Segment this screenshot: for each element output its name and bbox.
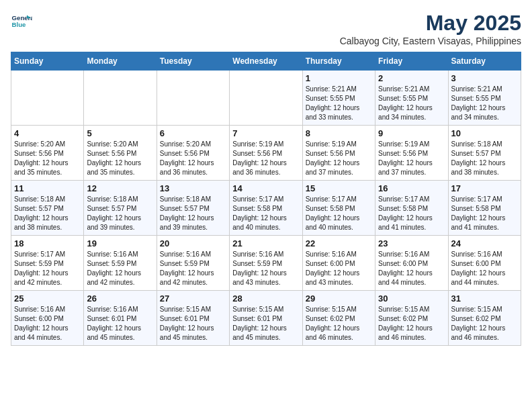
calendar-cell xyxy=(84,71,157,126)
page-header: General Blue May 2025 Calbayog City, Eas… xyxy=(11,11,521,46)
weekday-header: Sunday xyxy=(11,52,84,71)
day-info: Sunrise: 5:16 AM Sunset: 6:00 PM Dayligh… xyxy=(306,250,372,287)
day-info: Sunrise: 5:21 AM Sunset: 5:55 PM Dayligh… xyxy=(378,85,445,122)
day-number: 15 xyxy=(306,183,372,193)
day-number: 28 xyxy=(232,293,299,304)
day-number: 10 xyxy=(451,128,518,138)
calendar-cell: 9Sunrise: 5:19 AM Sunset: 5:56 PM Daylig… xyxy=(375,126,448,181)
day-info: Sunrise: 5:15 AM Sunset: 6:02 PM Dayligh… xyxy=(378,305,445,342)
calendar-cell: 12Sunrise: 5:18 AM Sunset: 5:57 PM Dayli… xyxy=(84,181,157,236)
weekday-header: Saturday xyxy=(448,52,521,71)
weekday-header: Wednesday xyxy=(230,52,302,71)
day-info: Sunrise: 5:17 AM Sunset: 5:58 PM Dayligh… xyxy=(232,195,299,232)
day-number: 18 xyxy=(14,238,81,248)
calendar-cell: 8Sunrise: 5:19 AM Sunset: 5:56 PM Daylig… xyxy=(302,126,375,181)
calendar-cell: 25Sunrise: 5:16 AM Sunset: 6:00 PM Dayli… xyxy=(11,291,84,346)
logo-icon: General Blue xyxy=(11,11,32,32)
weekday-header: Friday xyxy=(375,52,448,71)
calendar-cell: 10Sunrise: 5:18 AM Sunset: 5:57 PM Dayli… xyxy=(448,126,521,181)
calendar-cell: 16Sunrise: 5:17 AM Sunset: 5:58 PM Dayli… xyxy=(375,181,448,236)
calendar-cell: 1Sunrise: 5:21 AM Sunset: 5:55 PM Daylig… xyxy=(302,71,375,126)
calendar-cell: 15Sunrise: 5:17 AM Sunset: 5:58 PM Dayli… xyxy=(302,181,375,236)
calendar-cell: 28Sunrise: 5:15 AM Sunset: 6:01 PM Dayli… xyxy=(230,291,302,346)
calendar-cell: 4Sunrise: 5:20 AM Sunset: 5:56 PM Daylig… xyxy=(11,126,84,181)
calendar-cell: 14Sunrise: 5:17 AM Sunset: 5:58 PM Dayli… xyxy=(230,181,302,236)
calendar-cell: 18Sunrise: 5:17 AM Sunset: 5:59 PM Dayli… xyxy=(11,236,84,291)
day-info: Sunrise: 5:17 AM Sunset: 5:59 PM Dayligh… xyxy=(14,250,81,287)
calendar-cell: 19Sunrise: 5:16 AM Sunset: 5:59 PM Dayli… xyxy=(84,236,157,291)
calendar-cell: 31Sunrise: 5:15 AM Sunset: 6:02 PM Dayli… xyxy=(448,291,521,346)
day-number: 25 xyxy=(14,293,81,304)
title-block: May 2025 Calbayog City, Eastern Visayas,… xyxy=(340,11,521,46)
month-title: May 2025 xyxy=(340,11,521,36)
day-info: Sunrise: 5:16 AM Sunset: 6:00 PM Dayligh… xyxy=(451,250,518,287)
weekday-header-row: SundayMondayTuesdayWednesdayThursdayFrid… xyxy=(11,52,521,71)
calendar-cell: 3Sunrise: 5:21 AM Sunset: 5:55 PM Daylig… xyxy=(448,71,521,126)
day-info: Sunrise: 5:16 AM Sunset: 6:00 PM Dayligh… xyxy=(14,305,81,342)
day-number: 16 xyxy=(378,183,445,193)
calendar-cell: 26Sunrise: 5:16 AM Sunset: 6:01 PM Dayli… xyxy=(84,291,157,346)
calendar-week-row: 25Sunrise: 5:16 AM Sunset: 6:00 PM Dayli… xyxy=(11,291,521,346)
day-number: 19 xyxy=(87,238,153,248)
day-info: Sunrise: 5:17 AM Sunset: 5:58 PM Dayligh… xyxy=(306,195,372,232)
calendar-week-row: 18Sunrise: 5:17 AM Sunset: 5:59 PM Dayli… xyxy=(11,236,521,291)
calendar-cell: 20Sunrise: 5:16 AM Sunset: 5:59 PM Dayli… xyxy=(157,236,229,291)
calendar-cell: 13Sunrise: 5:18 AM Sunset: 5:57 PM Dayli… xyxy=(157,181,229,236)
day-number: 1 xyxy=(306,73,372,83)
day-number: 9 xyxy=(378,128,445,138)
calendar-cell: 7Sunrise: 5:19 AM Sunset: 5:56 PM Daylig… xyxy=(230,126,302,181)
day-info: Sunrise: 5:20 AM Sunset: 5:56 PM Dayligh… xyxy=(160,140,226,177)
day-number: 27 xyxy=(160,293,226,304)
day-info: Sunrise: 5:21 AM Sunset: 5:55 PM Dayligh… xyxy=(451,85,518,122)
calendar-cell: 29Sunrise: 5:15 AM Sunset: 6:02 PM Dayli… xyxy=(302,291,375,346)
day-number: 5 xyxy=(87,128,153,138)
weekday-header: Monday xyxy=(84,52,157,71)
calendar: SundayMondayTuesdayWednesdayThursdayFrid… xyxy=(11,52,521,346)
calendar-week-row: 1Sunrise: 5:21 AM Sunset: 5:55 PM Daylig… xyxy=(11,71,521,126)
calendar-cell: 2Sunrise: 5:21 AM Sunset: 5:55 PM Daylig… xyxy=(375,71,448,126)
day-number: 17 xyxy=(451,183,518,193)
svg-text:Blue: Blue xyxy=(12,21,26,28)
day-number: 11 xyxy=(14,183,81,193)
day-number: 3 xyxy=(451,73,518,83)
day-info: Sunrise: 5:16 AM Sunset: 6:01 PM Dayligh… xyxy=(87,305,153,342)
day-info: Sunrise: 5:16 AM Sunset: 5:59 PM Dayligh… xyxy=(160,250,226,287)
day-info: Sunrise: 5:16 AM Sunset: 5:59 PM Dayligh… xyxy=(87,250,153,287)
calendar-cell xyxy=(11,71,84,126)
day-info: Sunrise: 5:18 AM Sunset: 5:57 PM Dayligh… xyxy=(87,195,153,232)
day-number: 23 xyxy=(378,238,445,248)
calendar-cell xyxy=(230,71,302,126)
day-info: Sunrise: 5:17 AM Sunset: 5:58 PM Dayligh… xyxy=(378,195,445,232)
calendar-cell: 6Sunrise: 5:20 AM Sunset: 5:56 PM Daylig… xyxy=(157,126,229,181)
day-number: 20 xyxy=(160,238,226,248)
day-number: 24 xyxy=(451,238,518,248)
day-number: 7 xyxy=(232,128,299,138)
day-number: 26 xyxy=(87,293,153,304)
day-info: Sunrise: 5:19 AM Sunset: 5:56 PM Dayligh… xyxy=(306,140,372,177)
calendar-week-row: 4Sunrise: 5:20 AM Sunset: 5:56 PM Daylig… xyxy=(11,126,521,181)
day-number: 14 xyxy=(232,183,299,193)
day-info: Sunrise: 5:18 AM Sunset: 5:57 PM Dayligh… xyxy=(451,140,518,177)
day-info: Sunrise: 5:19 AM Sunset: 5:56 PM Dayligh… xyxy=(378,140,445,177)
day-info: Sunrise: 5:16 AM Sunset: 6:00 PM Dayligh… xyxy=(378,250,445,287)
day-number: 4 xyxy=(14,128,81,138)
day-info: Sunrise: 5:16 AM Sunset: 5:59 PM Dayligh… xyxy=(232,250,299,287)
logo: General Blue xyxy=(11,11,32,32)
day-number: 30 xyxy=(378,293,445,304)
day-number: 13 xyxy=(160,183,226,193)
day-info: Sunrise: 5:20 AM Sunset: 5:56 PM Dayligh… xyxy=(87,140,153,177)
day-number: 31 xyxy=(451,293,518,304)
calendar-cell xyxy=(157,71,229,126)
day-info: Sunrise: 5:18 AM Sunset: 5:57 PM Dayligh… xyxy=(160,195,226,232)
calendar-cell: 30Sunrise: 5:15 AM Sunset: 6:02 PM Dayli… xyxy=(375,291,448,346)
day-number: 12 xyxy=(87,183,153,193)
day-number: 21 xyxy=(232,238,299,248)
weekday-header: Thursday xyxy=(302,52,375,71)
day-info: Sunrise: 5:15 AM Sunset: 6:01 PM Dayligh… xyxy=(232,305,299,342)
calendar-cell: 22Sunrise: 5:16 AM Sunset: 6:00 PM Dayli… xyxy=(302,236,375,291)
calendar-cell: 11Sunrise: 5:18 AM Sunset: 5:57 PM Dayli… xyxy=(11,181,84,236)
day-info: Sunrise: 5:20 AM Sunset: 5:56 PM Dayligh… xyxy=(14,140,81,177)
calendar-cell: 23Sunrise: 5:16 AM Sunset: 6:00 PM Dayli… xyxy=(375,236,448,291)
calendar-cell: 21Sunrise: 5:16 AM Sunset: 5:59 PM Dayli… xyxy=(230,236,302,291)
day-info: Sunrise: 5:19 AM Sunset: 5:56 PM Dayligh… xyxy=(232,140,299,177)
